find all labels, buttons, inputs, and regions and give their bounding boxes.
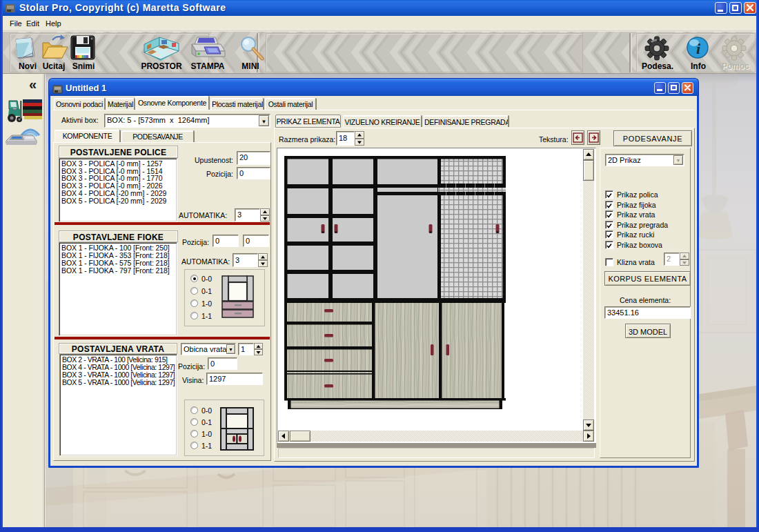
svg-text:i: i (696, 40, 701, 57)
